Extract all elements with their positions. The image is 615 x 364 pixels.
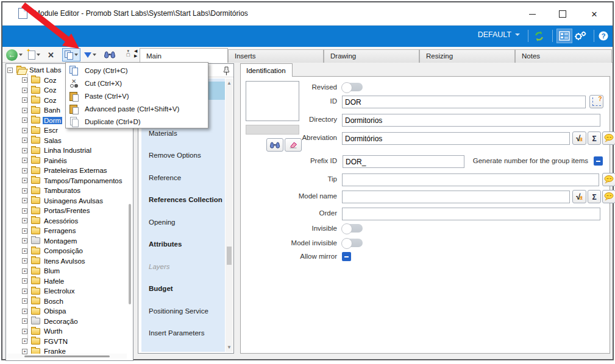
expand-toggle[interactable] (22, 298, 27, 304)
expand-toggle[interactable] (22, 309, 27, 314)
section-item[interactable]: Budget (141, 278, 225, 300)
scroll-down-icon[interactable]: ▼ (226, 345, 233, 350)
model-name-formula-button[interactable] (572, 190, 586, 203)
tree-item[interactable]: Usinagens Avulsas (7, 196, 132, 206)
revised-toggle[interactable] (342, 83, 363, 91)
expand-toggle[interactable] (22, 88, 27, 93)
expand-toggle[interactable] (22, 208, 27, 214)
tab[interactable]: Inserts (228, 49, 324, 63)
tree-item[interactable]: Decoração (7, 317, 132, 327)
section-item[interactable]: Attributes (141, 233, 225, 256)
abreviation-translate-button[interactable] (602, 131, 615, 145)
expand-toggle[interactable] (22, 108, 27, 113)
expand-toggle[interactable] (22, 77, 27, 83)
tree-item[interactable]: Wurth (7, 326, 132, 337)
section-item[interactable]: Insert Parameters (141, 322, 225, 345)
expand-toggle[interactable] (22, 248, 27, 254)
abreviation-sum-button[interactable] (588, 131, 601, 145)
expand-toggle[interactable] (22, 238, 27, 243)
expand-toggle[interactable] (22, 338, 27, 344)
tree-item[interactable]: Blum (7, 266, 132, 276)
section-item[interactable]: Reference (141, 167, 225, 189)
tree-item[interactable]: Acessórios (7, 216, 132, 226)
tree-item[interactable]: Tampos/Tamponamentos (7, 176, 132, 186)
expand-toggle[interactable] (22, 117, 27, 123)
expand-toggle[interactable] (22, 138, 27, 143)
model-name-input[interactable] (342, 191, 570, 203)
back-button[interactable] (6, 48, 23, 61)
tree-item[interactable]: Portas/Frentes (7, 206, 132, 216)
tab[interactable]: Main (140, 48, 228, 63)
expand-toggle[interactable] (22, 278, 27, 284)
expand-toggle[interactable] (22, 178, 27, 183)
order-input[interactable] (342, 208, 600, 220)
context-menu-item[interactable]: Paste (Ctrl+V) (66, 89, 208, 102)
delete-button[interactable] (48, 48, 54, 61)
profile-dropdown[interactable]: DEFAULT (478, 30, 520, 39)
section-item[interactable]: Positioning Service (141, 300, 225, 323)
tree-horizontal-scrollbar[interactable] (7, 354, 127, 359)
scrollbar-thumb[interactable] (24, 355, 110, 357)
section-item[interactable]: Layers (141, 256, 225, 278)
tip-translate-button[interactable] (602, 173, 615, 186)
tree-item[interactable]: Ferragens (7, 226, 132, 236)
tree-item[interactable]: FGVTN (7, 337, 132, 347)
maximize-button[interactable] (550, 6, 575, 22)
new-button[interactable] (28, 48, 40, 61)
tip-input[interactable] (342, 173, 599, 186)
tab-scroll-buttons[interactable]: ◀▶ (134, 49, 137, 58)
tree-item[interactable]: Obispa (7, 306, 132, 317)
refresh-button[interactable] (531, 29, 547, 43)
scrollbar-thumb[interactable] (227, 247, 232, 265)
tree-item[interactable]: Painéis (7, 156, 132, 166)
tree-vertical-scrollbar[interactable] (129, 204, 131, 304)
expand-toggle[interactable] (22, 329, 27, 334)
context-menu-item[interactable]: Advanced paste (Ctrl+Shift+V) (66, 102, 208, 115)
tree-item[interactable]: Hafele (7, 276, 132, 287)
expand-toggle[interactable] (22, 128, 27, 133)
settings-button[interactable] (572, 29, 588, 43)
abreviation-formula-button[interactable] (572, 131, 586, 145)
scroll-up-icon[interactable]: ▲ (226, 80, 233, 86)
expand-toggle[interactable] (22, 268, 27, 274)
model-name-translate-button[interactable] (602, 190, 615, 203)
context-menu-item[interactable]: Cut (Ctrl+X) (66, 77, 208, 89)
sections-scrollbar[interactable]: ▲ ▼ (226, 79, 233, 352)
expand-toggle[interactable] (22, 188, 27, 194)
section-item[interactable]: Door Function (141, 345, 225, 352)
generate-number-checkbox[interactable] (594, 156, 603, 166)
auto-id-button[interactable] (589, 95, 603, 108)
collapse-toggle[interactable] (7, 68, 13, 73)
tab[interactable]: Notes (515, 49, 612, 63)
model-name-sum-button[interactable] (588, 190, 601, 203)
expand-toggle[interactable] (22, 289, 27, 294)
tree-item[interactable]: Salas (7, 136, 132, 146)
tree-item[interactable]: Tamburatos (7, 186, 132, 196)
expand-toggle[interactable] (22, 228, 27, 234)
tree-item[interactable]: Prateleiras Externas (7, 166, 132, 176)
tab[interactable]: Resizing (419, 49, 515, 63)
expand-toggle[interactable] (22, 148, 27, 153)
tree-item[interactable]: Linha Industrial (7, 145, 132, 156)
context-menu-item[interactable]: Copy (Ctrl+C) (66, 64, 208, 77)
section-item[interactable]: Opening (141, 211, 225, 234)
expand-toggle[interactable] (22, 97, 27, 103)
section-item[interactable]: References Collection (141, 189, 225, 211)
invisible-toggle[interactable] (342, 224, 363, 233)
pin-icon[interactable] (223, 66, 230, 75)
find-button[interactable] (104, 48, 116, 61)
expand-toggle[interactable] (22, 318, 27, 324)
expand-toggle[interactable] (22, 258, 27, 264)
minimize-button[interactable] (520, 6, 544, 22)
toolbar-overflow-handle[interactable]: ▾▢ (126, 49, 130, 57)
expand-toggle[interactable] (22, 198, 27, 203)
expand-toggle[interactable] (22, 168, 27, 173)
id-input[interactable] (342, 96, 586, 108)
tree-item[interactable]: Itens Avulsos (7, 256, 132, 267)
tab-identification[interactable]: Identification (240, 63, 293, 77)
expand-toggle[interactable] (22, 218, 27, 223)
expand-toggle[interactable] (22, 349, 27, 354)
help-button[interactable]: ? (595, 29, 611, 43)
abreviation-input[interactable] (342, 132, 570, 145)
allow-mirror-checkbox[interactable] (342, 252, 351, 261)
